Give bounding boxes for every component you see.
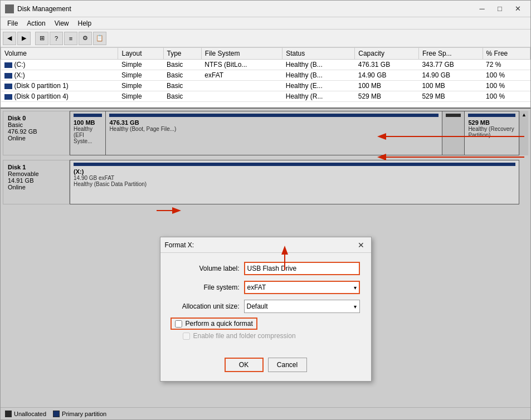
menu-action[interactable]: Action <box>22 18 50 28</box>
cell-volume: (X:) <box>1 70 118 81</box>
allocation-select[interactable]: Default 512 bytes 1024 bytes 2048 bytes … <box>244 300 360 313</box>
disk1-size: 14.91 GB <box>8 177 33 184</box>
cell-fs <box>201 91 282 102</box>
disk1-status: Online <box>8 184 26 191</box>
menu-file[interactable]: File <box>3 18 22 28</box>
quick-format-checkbox[interactable] <box>175 320 182 328</box>
menu-help[interactable]: Help <box>74 18 96 28</box>
disk1-row: Disk 1 Removable 14.91 GB Online (X:) 14… <box>3 160 528 204</box>
compression-checkbox[interactable] <box>183 333 190 340</box>
cell-free: 343.77 GB <box>418 60 483 70</box>
cell-pct: 100 % <box>483 70 530 81</box>
cell-free: 529 MB <box>418 91 483 102</box>
compression-label: Enable file and folder compression <box>193 332 296 340</box>
cell-status: Healthy (R... <box>282 91 355 102</box>
disk0-part1: 100 MB Healthy (EFI Syste... <box>70 111 106 155</box>
table-row[interactable]: (X:) Simple Basic exFAT Healthy (B... 14… <box>1 70 530 81</box>
window-controls: ─ □ ✕ <box>474 3 526 14</box>
cell-type: Basic <box>163 70 201 81</box>
cell-type: Basic <box>163 81 201 91</box>
toolbar-btn2[interactable]: ? <box>50 32 63 45</box>
legend: Unallocated Primary partition <box>1 407 530 419</box>
toolbar-btn3[interactable]: ≡ <box>64 32 77 45</box>
cancel-button[interactable]: Cancel <box>268 358 307 372</box>
scrollbar-right[interactable]: ▲ <box>519 111 528 155</box>
disk1-part1-detail1: 14.90 GB exFAT <box>74 175 515 181</box>
disk1-label: Disk 1 Removable 14.91 GB Online <box>3 160 70 204</box>
disk0-label: Disk 0 Basic 476.92 GB Online <box>3 111 70 155</box>
disk0-part3 <box>442 111 465 155</box>
legend-primary-label: Primary partition <box>62 411 106 417</box>
dialog-titlebar: Format X: ✕ <box>160 237 371 253</box>
disk0-part2: 476.31 GB Healthy (Boot, Page File...) <box>106 111 442 155</box>
cell-capacity: 476.31 GB <box>355 60 419 70</box>
col-type[interactable]: Type <box>163 48 201 60</box>
file-system-select[interactable]: exFAT FAT32 NTFS <box>244 281 360 294</box>
disk0-part1-bar <box>74 114 102 117</box>
col-status[interactable]: Status <box>282 48 355 60</box>
disk0-part4-bar <box>468 114 515 117</box>
disk1-part1-bar <box>74 163 515 166</box>
quick-format-label[interactable]: Perform a quick format <box>186 320 253 328</box>
window-title: Disk Management <box>17 5 474 13</box>
dialog-body: Volume label: File system: exFAT FAT32 N… <box>160 253 371 352</box>
cell-pct: 72 % <box>483 60 530 70</box>
disk0-part4-size: 529 MB <box>468 119 515 126</box>
disk0-status: Online <box>8 135 26 141</box>
cell-capacity: 529 MB <box>355 91 419 102</box>
minimize-button[interactable]: ─ <box>474 3 490 14</box>
back-button[interactable]: ◀ <box>3 32 16 45</box>
quick-format-row: Perform a quick format <box>172 319 256 329</box>
col-volume[interactable]: Volume <box>1 48 118 60</box>
legend-unalloc: Unallocated <box>5 411 46 417</box>
cell-type: Basic <box>163 91 201 102</box>
col-capacity[interactable]: Capacity <box>355 48 419 60</box>
toolbar-btn1[interactable]: ⊞ <box>35 32 48 45</box>
menu-view[interactable]: View <box>50 18 74 28</box>
forward-button[interactable]: ▶ <box>17 32 31 45</box>
disk1-part1-name: (X:) <box>74 168 515 175</box>
disk1-scrollbar <box>519 160 528 204</box>
volume-label-text: Volume label: <box>172 265 244 272</box>
file-system-text: File system: <box>172 284 244 291</box>
cell-pct: 100 % <box>483 91 530 102</box>
table-row[interactable]: (Disk 0 partition 1) Simple Basic Health… <box>1 81 530 91</box>
cell-free: 100 MB <box>418 81 483 91</box>
disk1-part1: (X:) 14.90 GB exFAT Healthy (Basic Data … <box>70 160 519 204</box>
menubar: File Action View Help <box>1 17 530 30</box>
main-window: Disk Management ─ □ ✕ File Action View H… <box>0 0 531 420</box>
disk1-name: Disk 1 <box>8 164 65 170</box>
disk0-part1-detail: Healthy (EFI Syste... <box>74 126 102 144</box>
disk0-size: 476.92 GB <box>8 128 37 135</box>
cell-capacity: 14.90 GB <box>355 70 419 81</box>
disk0-part2-detail: Healthy (Boot, Page File...) <box>109 126 439 132</box>
cell-layout: Simple <box>118 81 163 91</box>
toolbar: ◀ ▶ ⊞ ? ≡ ⚙ 📋 <box>1 30 530 47</box>
maximize-button[interactable]: □ <box>491 3 508 14</box>
volume-label-row: Volume label: <box>172 262 360 275</box>
disk0-type: Basic <box>8 121 23 128</box>
disk0-row: Disk 0 Basic 476.92 GB Online 100 MB Hea… <box>3 111 528 155</box>
cell-layout: Simple <box>118 60 163 70</box>
legend-primary: Primary partition <box>53 411 106 417</box>
dialog-close-button[interactable]: ✕ <box>355 240 367 251</box>
cell-volume: (Disk 0 partition 1) <box>1 81 118 91</box>
col-layout[interactable]: Layout <box>118 48 163 60</box>
table-row[interactable]: (Disk 0 partition 4) Simple Basic Health… <box>1 91 530 102</box>
disk1-part1-detail2: Healthy (Basic Data Partition) <box>74 181 515 187</box>
volume-label-input[interactable] <box>244 262 360 275</box>
titlebar: Disk Management ─ □ ✕ <box>1 1 530 17</box>
volume-table: Volume Layout Type File System Status Ca… <box>1 47 530 109</box>
col-pctfree[interactable]: % Free <box>483 48 530 60</box>
close-button[interactable]: ✕ <box>509 3 526 14</box>
toolbar-btn4[interactable]: ⚙ <box>79 32 92 45</box>
col-fs[interactable]: File System <box>201 48 282 60</box>
table-row[interactable]: (C:) Simple Basic NTFS (BitLo... Healthy… <box>1 60 530 70</box>
col-free[interactable]: Free Sp... <box>418 48 483 60</box>
app-icon <box>5 4 14 13</box>
ok-button[interactable]: OK <box>225 358 264 372</box>
cell-layout: Simple <box>118 91 163 102</box>
toolbar-btn5[interactable]: 📋 <box>93 32 106 45</box>
cell-fs: NTFS (BitLo... <box>201 60 282 70</box>
legend-unalloc-box <box>5 411 12 417</box>
